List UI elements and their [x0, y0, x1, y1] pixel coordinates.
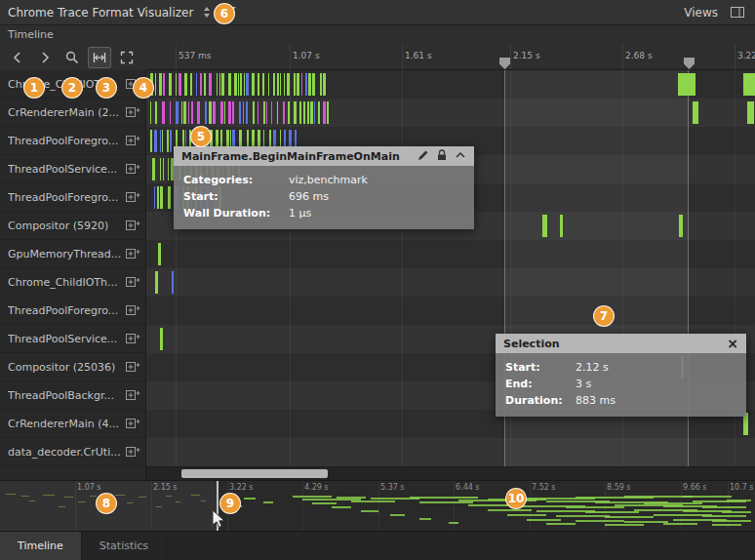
- collapse-chevron-icon[interactable]: [455, 150, 466, 163]
- trace-event[interactable]: [196, 73, 197, 96]
- trace-event[interactable]: [197, 101, 200, 124]
- trace-event[interactable]: [244, 73, 245, 96]
- track-row[interactable]: ThreadPoolForegro...: [0, 183, 145, 212]
- track-row[interactable]: Compositor (5920): [0, 212, 145, 240]
- trace-event[interactable]: [288, 101, 290, 124]
- trace-event[interactable]: [160, 158, 161, 180]
- trace-event[interactable]: [287, 73, 290, 96]
- trace-event[interactable]: [308, 73, 311, 96]
- trace-event[interactable]: [219, 73, 220, 96]
- next-event-button[interactable]: [33, 47, 57, 68]
- trace-event[interactable]: [327, 101, 329, 124]
- trace-event[interactable]: [179, 73, 181, 96]
- trace-event[interactable]: [213, 101, 216, 124]
- trace-event[interactable]: [271, 101, 272, 124]
- trace-event[interactable]: [284, 73, 285, 96]
- trace-event[interactable]: [155, 73, 156, 96]
- trace-event[interactable]: [232, 101, 234, 124]
- trace-event[interactable]: [224, 101, 225, 124]
- trace-event[interactable]: [542, 215, 547, 237]
- trace-event[interactable]: [312, 73, 315, 96]
- trace-event[interactable]: [299, 101, 301, 124]
- trace-event[interactable]: [234, 73, 237, 96]
- trace-event[interactable]: [283, 101, 285, 124]
- trace-event[interactable]: [253, 101, 255, 124]
- expand-track-button[interactable]: [126, 191, 140, 203]
- expand-track-button[interactable]: [126, 135, 140, 146]
- trace-event[interactable]: [209, 101, 212, 124]
- selection-popup-header[interactable]: Selection ×: [496, 334, 746, 353]
- trace-event[interactable]: [238, 73, 239, 96]
- trace-event[interactable]: [184, 73, 187, 96]
- trace-event[interactable]: [301, 73, 302, 96]
- tab-statistics[interactable]: Statistics: [82, 532, 167, 560]
- expand-track-button[interactable]: [126, 248, 140, 260]
- expand-track-button[interactable]: [126, 418, 140, 429]
- track-row[interactable]: data_decoder.CrUti...: [0, 438, 145, 466]
- trace-event[interactable]: [747, 101, 754, 124]
- time-ruler[interactable]: 537 ms1.07 s1.61 s2.15 s2.68 s3.22 s: [146, 45, 755, 70]
- expand-track-button[interactable]: [126, 276, 140, 288]
- trace-event[interactable]: [560, 215, 563, 237]
- trace-event[interactable]: [263, 101, 265, 124]
- fit-width-button[interactable]: [88, 47, 111, 68]
- trace-event[interactable]: [154, 130, 157, 152]
- track-row[interactable]: CrRendererMain (2...: [0, 99, 145, 127]
- expand-track-button[interactable]: [126, 163, 140, 175]
- trace-event[interactable]: [240, 73, 242, 96]
- views-label[interactable]: Views: [684, 6, 718, 20]
- trace-event[interactable]: [243, 101, 244, 124]
- trace-event[interactable]: [167, 130, 169, 152]
- trace-event[interactable]: [277, 101, 278, 124]
- trace-event[interactable]: [155, 271, 158, 294]
- trace-event[interactable]: [168, 158, 169, 180]
- track-row[interactable]: GpuMemoryThread...: [0, 240, 145, 268]
- track-row[interactable]: Compositor (25036): [0, 353, 145, 381]
- trace-event[interactable]: [181, 101, 182, 124]
- trace-event[interactable]: [307, 101, 309, 124]
- trace-event[interactable]: [209, 73, 212, 96]
- trace-event[interactable]: [160, 328, 163, 350]
- trace-event[interactable]: [323, 101, 326, 124]
- trace-event[interactable]: [294, 101, 297, 124]
- trace-event[interactable]: [266, 101, 267, 124]
- expand-track-button[interactable]: [126, 106, 140, 118]
- trace-event[interactable]: [172, 271, 174, 294]
- expand-track-button[interactable]: [126, 389, 140, 401]
- expand-track-button[interactable]: [126, 361, 140, 373]
- trace-event[interactable]: [188, 101, 189, 124]
- trace-event[interactable]: [314, 101, 315, 124]
- trace-event[interactable]: [297, 73, 299, 96]
- panel-layout-icon[interactable]: [728, 3, 747, 22]
- track-row[interactable]: ThreadPoolForegro...: [0, 127, 145, 155]
- track-row[interactable]: CrRendererMain (4...: [0, 410, 145, 438]
- track-row[interactable]: Chrome_ChildIOTh...: [0, 268, 145, 297]
- lock-icon[interactable]: [436, 149, 448, 164]
- trace-event[interactable]: [262, 73, 264, 96]
- trace-event[interactable]: [239, 101, 241, 124]
- trace-event[interactable]: [155, 101, 157, 124]
- trace-event[interactable]: [693, 101, 698, 124]
- trace-event[interactable]: [320, 73, 322, 96]
- edit-pencil-icon[interactable]: [417, 149, 429, 164]
- trace-event[interactable]: [158, 243, 161, 265]
- track-row[interactable]: ThreadPoolBackgr...: [0, 381, 145, 410]
- trace-event[interactable]: [305, 73, 307, 96]
- expand-track-button[interactable]: [126, 446, 140, 458]
- expand-track-button[interactable]: [126, 333, 140, 344]
- track-row[interactable]: ThreadPoolService...: [0, 155, 145, 183]
- trace-event[interactable]: [303, 101, 305, 124]
- trace-event[interactable]: [160, 130, 161, 152]
- trace-event[interactable]: [204, 73, 206, 96]
- event-tooltip-header[interactable]: MainFrame.BeginMainFrameOnMain: [174, 146, 474, 166]
- scrollbar-thumb[interactable]: [181, 469, 328, 478]
- trace-event[interactable]: [163, 73, 165, 96]
- trace-event[interactable]: [280, 73, 281, 96]
- trace-event[interactable]: [246, 101, 248, 124]
- trace-event[interactable]: [190, 73, 192, 96]
- selection-end-handle[interactable]: [684, 58, 695, 69]
- trace-event[interactable]: [163, 158, 164, 180]
- trace-event[interactable]: [323, 73, 326, 96]
- trace-event[interactable]: [205, 101, 207, 124]
- expand-track-button[interactable]: [126, 304, 140, 316]
